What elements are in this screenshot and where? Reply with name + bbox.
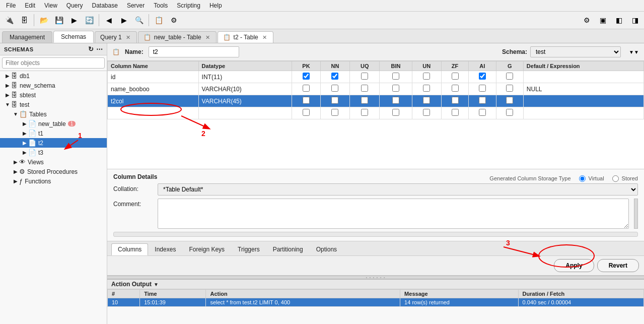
menu-file[interactable]: File [2,1,20,10]
checkbox-bin[interactable] [392,85,399,92]
col-cell-name[interactable] [108,107,199,119]
tb-layout1[interactable]: ▣ [596,13,610,27]
checkbox-uq[interactable] [361,97,368,104]
tb-inspect[interactable]: 🔍 [132,13,146,27]
tb-back[interactable]: ◀ [102,13,116,27]
checkbox-uq[interactable] [361,85,368,92]
tree-expand-sbtest[interactable]: ▶ [4,92,11,98]
checkbox-nn[interactable] [331,97,338,104]
checkbox-zf[interactable] [452,73,459,80]
filter-input[interactable] [2,57,105,69]
tree-item-views[interactable]: ▶ 👁 Views [0,157,107,167]
col-cell-ai[interactable] [469,71,496,83]
col-cell-g[interactable] [496,71,523,83]
checkbox-bin[interactable] [392,73,399,80]
tree-expand-db1[interactable]: ▶ [4,73,11,79]
menu-view[interactable]: View [40,1,61,10]
tree-expand-t2[interactable]: ▶ [21,140,28,146]
checkbox-nn[interactable] [331,85,338,92]
col-cell-bin[interactable] [380,71,412,83]
menu-query[interactable]: Query [62,1,87,10]
col-cell-datatype[interactable]: VARCHAR(10) [198,83,292,95]
col-cell-un[interactable] [412,71,441,83]
tb-execute[interactable]: ▶ [67,13,81,27]
checkbox-nn[interactable] [331,73,338,80]
menu-tools[interactable]: Tools [150,1,172,10]
tree-item-new-table[interactable]: ▶ 📄 new_table 1 [0,119,107,128]
col-cell-name[interactable]: name_booboo [108,83,199,95]
output-scroll[interactable]: # Time Action Message Duration / Fetch 1… [107,289,644,324]
btab-indexes[interactable]: Indexes [148,243,182,255]
tab-t2-close[interactable]: ✕ [261,34,268,41]
tb-table-editor[interactable]: 📋 [152,13,166,27]
tree-item-new-schema[interactable]: ▶ 🗄 new_schema [0,81,107,90]
schema-select[interactable]: test db1 new_schema sbtest [530,46,621,57]
apply-button[interactable]: Apply [554,259,594,272]
tree-expand-functions[interactable]: ▶ [12,178,19,184]
tb-layout2[interactable]: ◧ [612,13,626,27]
btab-foreign-keys[interactable]: Foreign Keys [182,243,231,255]
checkbox-g[interactable] [506,73,513,80]
tree-expand-t1[interactable]: ▶ [21,131,28,136]
checkbox-uq[interactable] [361,73,368,80]
checkbox-uq[interactable] [361,109,368,116]
tree-item-sbtest[interactable]: ▶ 🗄 sbtest [0,90,107,100]
col-details-scrollbar[interactable] [113,232,638,237]
checkbox-pk[interactable] [303,85,310,92]
checkbox-bin[interactable] [392,109,399,116]
btab-triggers[interactable]: Triggers [231,243,266,255]
virtual-radio-label[interactable]: Virtual [579,175,604,182]
tree-expand-tables[interactable]: ▼ [12,111,19,117]
tab-query1[interactable]: Query 1 ✕ [95,31,137,43]
col-cell-pk[interactable] [292,71,321,83]
tb-layout3[interactable]: ◨ [628,13,642,27]
tb-refresh[interactable]: 🔄 [82,13,96,27]
checkbox-pk[interactable] [303,73,310,80]
sidebar-icon-config[interactable]: ⋯ [96,45,103,53]
tree-item-tables[interactable]: ▼ 📋 Tables [0,109,107,119]
tree-item-t1[interactable]: ▶ 📄 t1 [0,128,107,138]
col-cell-default[interactable] [523,107,643,119]
tree-item-test[interactable]: ▼ 🗄 test [0,100,107,109]
btab-partitioning[interactable]: Partitioning [266,243,310,255]
checkbox-ai[interactable] [479,109,486,116]
tree-expand-views[interactable]: ▶ [12,159,19,165]
checkbox-zf[interactable] [452,85,459,92]
col-cell-datatype[interactable]: VARCHAR(45) [198,95,292,107]
tb-open-sql[interactable]: 📂 [37,13,51,27]
stored-radio-label[interactable]: Stored [612,175,638,182]
tab-query1-close[interactable]: ✕ [125,34,131,41]
checkbox-ai[interactable] [479,85,486,92]
menu-scripting[interactable]: Scripting [173,1,204,10]
tab-new-table[interactable]: 📋 new_table - Table ✕ [138,31,217,43]
checkbox-g[interactable] [506,85,513,92]
tree-expand-new-table[interactable]: ▶ [21,121,28,126]
btab-columns[interactable]: Columns [111,243,148,255]
comment-textarea[interactable] [158,199,629,229]
revert-button[interactable]: Revert [597,259,639,272]
stored-radio[interactable] [612,175,619,182]
menu-help[interactable]: Help [205,1,226,10]
menu-server[interactable]: Server [123,1,149,10]
col-cell-zf[interactable] [441,71,468,83]
output-dropdown-arrow[interactable]: ▼ [154,282,159,287]
tree-item-stored-procs[interactable]: ▶ ⚙ Stored Procedures [0,167,107,176]
checkbox-pk[interactable] [303,109,310,116]
checkbox-ai[interactable] [479,73,486,80]
collapse-button[interactable]: ▼▼ [629,47,639,57]
btab-options[interactable]: Options [310,243,343,255]
name-input[interactable] [149,46,239,57]
checkbox-un[interactable] [423,85,430,92]
tb-save[interactable]: 💾 [52,13,66,27]
checkbox-un[interactable] [423,109,430,116]
tree-item-functions[interactable]: ▶ ƒ Functions [0,176,107,186]
menu-edit[interactable]: Edit [21,1,39,10]
checkbox-zf[interactable] [452,97,459,104]
checkbox-bin[interactable] [392,97,399,104]
col-cell-default[interactable] [523,95,643,107]
collation-select[interactable]: *Table Default* utf8_general_ci [158,183,638,196]
sidebar-icon-refresh[interactable]: ↻ [88,45,94,53]
checkbox-un[interactable] [423,97,430,104]
menu-database[interactable]: Database [88,1,122,10]
tb-administration[interactable]: ⚙ [167,13,181,27]
